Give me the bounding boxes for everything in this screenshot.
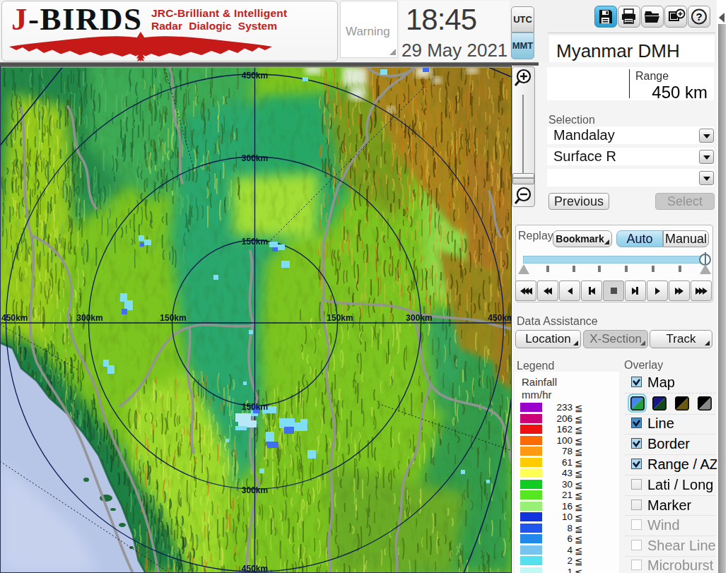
svg-text:300km: 300km (242, 485, 268, 495)
svg-text:150km: 150km (327, 313, 353, 323)
svg-text:450km: 450km (488, 313, 512, 323)
svg-text:300km: 300km (76, 313, 102, 323)
svg-text:450km: 450km (242, 71, 268, 81)
svg-text:150km: 150km (242, 237, 268, 247)
svg-text:150km: 150km (242, 402, 268, 412)
svg-text:300km: 300km (242, 153, 268, 163)
svg-text:450km: 450km (1, 313, 28, 323)
svg-text:150km: 150km (160, 313, 186, 323)
svg-text:300km: 300km (406, 313, 432, 323)
svg-text:450km: 450km (242, 564, 268, 573)
svg-text:?: ? (695, 11, 702, 23)
